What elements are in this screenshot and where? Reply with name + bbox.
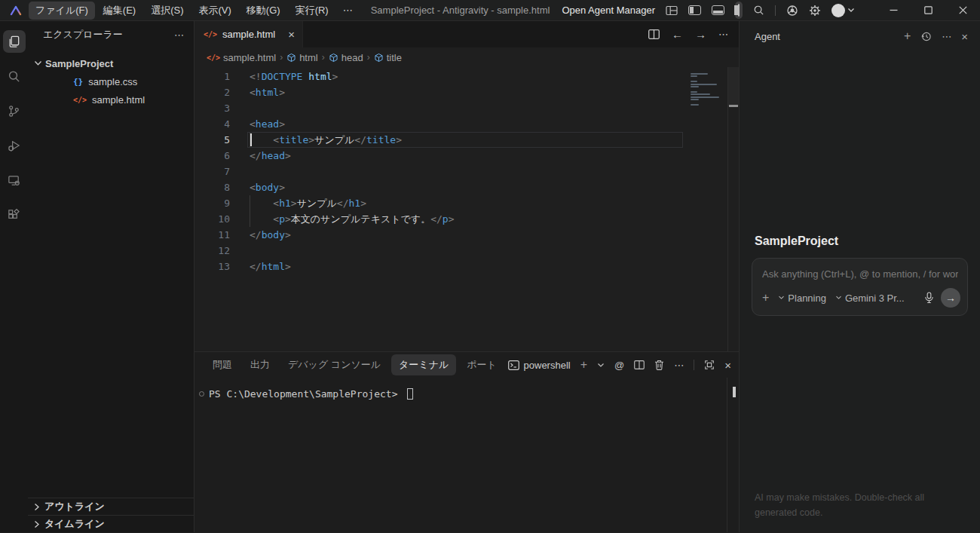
breadcrumb-title[interactable]: title xyxy=(374,52,402,63)
minimize-button[interactable] xyxy=(876,0,911,20)
source-control-icon[interactable] xyxy=(3,100,26,122)
code-line[interactable]: 8<body> xyxy=(194,179,739,195)
settings-gear-icon[interactable] xyxy=(809,5,821,17)
mode-dropdown[interactable]: Planning xyxy=(778,293,826,304)
agent-input[interactable] xyxy=(752,259,967,280)
panel-more-icon[interactable]: ⋯ xyxy=(674,360,684,371)
model-dropdown[interactable]: Gemini 3 Pr... xyxy=(835,293,905,304)
attach-icon[interactable]: + xyxy=(762,291,769,305)
menu-go[interactable]: 移動(G) xyxy=(240,2,287,20)
code-line[interactable]: 11</body> xyxy=(194,227,739,243)
search-sidebar-icon[interactable] xyxy=(3,65,26,87)
search-icon[interactable] xyxy=(753,5,764,16)
line-number: 7 xyxy=(194,164,230,179)
minimap[interactable] xyxy=(691,73,724,106)
close-tab-icon[interactable]: × xyxy=(288,28,295,41)
tab-debug-console[interactable]: デバッグ コンソール xyxy=(280,354,388,375)
menu-selection[interactable]: 選択(S) xyxy=(144,2,190,20)
code-line[interactable]: 6</head> xyxy=(194,148,739,164)
navigate-back-icon[interactable]: ← xyxy=(672,28,683,41)
agent-project-title: SampleProject xyxy=(752,234,968,248)
close-agent-panel-icon[interactable]: × xyxy=(961,30,968,43)
code-line[interactable]: 12 xyxy=(194,243,739,259)
tab-sample-html[interactable]: </> sample.html × xyxy=(194,21,303,47)
maximize-button[interactable] xyxy=(911,0,945,20)
close-window-button[interactable] xyxy=(945,0,980,20)
toggle-secondary-sidebar-icon[interactable] xyxy=(735,2,743,19)
run-debug-icon[interactable] xyxy=(3,134,26,157)
panel-tab-bar: 問題 出力 デバッグ コンソール ターミナル ポート powershell + … xyxy=(194,352,739,378)
tree-root-folder[interactable]: SampleProject xyxy=(28,54,194,72)
code-line[interactable]: 3 xyxy=(194,100,739,116)
tab-terminal[interactable]: ターミナル xyxy=(391,354,456,375)
editor-scrollbar[interactable] xyxy=(727,67,739,351)
new-terminal-icon[interactable]: + xyxy=(580,358,587,372)
code-line[interactable]: 2<html> xyxy=(194,84,739,100)
tab-ports[interactable]: ポート xyxy=(459,354,504,375)
tab-problems[interactable]: 問題 xyxy=(205,354,240,375)
chevron-down-icon xyxy=(835,296,842,300)
code-line[interactable]: 1<!DOCTYPE html> xyxy=(194,69,739,84)
code-line[interactable]: 9 <h1>サンプル</h1> xyxy=(194,195,739,211)
tree-item-sample-html[interactable]: </> sample.html xyxy=(28,90,194,109)
maximize-panel-icon[interactable] xyxy=(704,360,715,370)
explorer-icon[interactable] xyxy=(3,30,26,53)
command-decoration-icon[interactable] xyxy=(199,391,204,397)
breadcrumb-label: html xyxy=(299,52,318,63)
account-menu[interactable] xyxy=(831,4,855,17)
navigate-forward-icon[interactable]: → xyxy=(695,28,706,41)
extensions-icon[interactable] xyxy=(3,204,26,226)
agent-more-icon[interactable]: ⋯ xyxy=(942,31,951,42)
menu-edit[interactable]: 編集(E) xyxy=(96,2,142,20)
customize-layout-icon[interactable] xyxy=(666,5,678,16)
editor-more-icon[interactable]: ⋯ xyxy=(718,29,728,40)
breadcrumb-file[interactable]: </> sample.html xyxy=(207,52,276,63)
line-number: 8 xyxy=(194,179,230,195)
bottom-panel: 問題 出力 デバッグ コンソール ターミナル ポート powershell + … xyxy=(194,351,739,532)
agent-panel: Agent + ⋯ × SampleProject + Planning xyxy=(739,21,980,532)
remote-explorer-icon[interactable] xyxy=(3,169,26,191)
menu-view[interactable]: 表示(V) xyxy=(192,2,238,20)
tree-item-sample-css[interactable]: {} sample.css xyxy=(28,72,194,90)
code-line[interactable]: 10 <p>本文のサンプルテキストです。</p> xyxy=(194,211,739,227)
code-line[interactable]: 4<head> xyxy=(194,116,739,132)
code-line[interactable]: 5 <title>サンプル</title> xyxy=(194,132,739,148)
panel-actions: powershell + @ ⋯ × xyxy=(508,358,731,372)
browser-icon[interactable] xyxy=(786,5,798,17)
send-button[interactable]: → xyxy=(941,288,960,308)
at-mention-icon[interactable]: @ xyxy=(614,360,624,371)
terminal-dropdown-icon[interactable] xyxy=(597,363,605,368)
close-panel-icon[interactable]: × xyxy=(724,359,731,372)
overview-cursor-mark xyxy=(729,105,738,107)
history-icon[interactable] xyxy=(920,31,932,42)
split-terminal-icon[interactable] xyxy=(634,360,645,369)
panel-separator xyxy=(694,360,694,370)
titlebar-separator xyxy=(775,5,776,16)
toggle-panel-icon[interactable] xyxy=(712,5,724,15)
timeline-section[interactable]: タイムライン xyxy=(28,515,194,532)
tab-output[interactable]: 出力 xyxy=(243,354,277,375)
split-editor-icon[interactable] xyxy=(648,29,660,39)
terminal[interactable]: PS C:\Development\SampleProject> xyxy=(194,378,739,532)
toggle-primary-sidebar-icon[interactable] xyxy=(688,5,701,15)
open-agent-manager-button[interactable]: Open Agent Manager xyxy=(562,5,655,16)
code-line[interactable]: 7 xyxy=(194,164,739,179)
breadcrumb-html[interactable]: html xyxy=(286,52,318,63)
agent-input-card[interactable]: + Planning Gemini 3 Pr... → xyxy=(752,258,968,316)
menu-more-icon[interactable]: ⋯ xyxy=(337,2,359,18)
outline-section[interactable]: アウトライン xyxy=(28,498,194,515)
terminal-shell-item[interactable]: powershell xyxy=(508,360,571,371)
new-conversation-icon[interactable]: + xyxy=(904,29,911,43)
mode-label: Planning xyxy=(788,293,826,304)
sidebar-more-icon[interactable]: ⋯ xyxy=(174,29,185,41)
microphone-icon[interactable] xyxy=(924,292,934,304)
scrollbar-thumb[interactable] xyxy=(728,67,739,106)
menu-file[interactable]: ファイル(F) xyxy=(29,2,95,20)
model-label: Gemini 3 Pr... xyxy=(845,293,905,304)
code-line[interactable]: 13</html> xyxy=(194,259,739,274)
tab-label: sample.html xyxy=(222,29,275,40)
menu-run[interactable]: 実行(R) xyxy=(289,2,335,20)
code-editor[interactable]: 1<!DOCTYPE html>2<html>34<head>5 <title>… xyxy=(194,67,739,351)
kill-terminal-icon[interactable] xyxy=(654,360,664,370)
breadcrumb-head[interactable]: head xyxy=(329,52,363,63)
